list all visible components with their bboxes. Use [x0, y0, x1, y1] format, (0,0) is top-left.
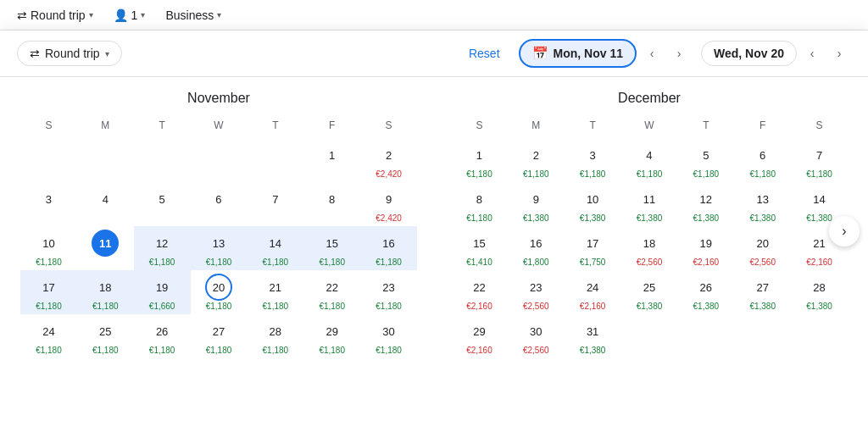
calendar-day[interactable]: 9€2,420 [360, 182, 417, 226]
calendar-day[interactable]: 12€1,180 [134, 226, 191, 270]
calendar-day[interactable]: 7€1,180 [791, 138, 848, 182]
start-date-next[interactable]: › [667, 42, 691, 65]
calendar-day[interactable]: 19€2,160 [677, 226, 734, 270]
calendar-day[interactable]: 3 [20, 182, 77, 226]
calendar-day[interactable]: 28€1,380 [791, 270, 848, 314]
calendar-day[interactable]: 2€1,180 [508, 138, 565, 182]
round-trip-icon-cal: ⇄ [30, 47, 40, 60]
calendar-day[interactable]: 24€2,160 [565, 270, 621, 314]
day-number: 17 [579, 230, 606, 257]
calendar-day[interactable]: 18€1,180 [77, 270, 134, 314]
month-title: November [20, 91, 417, 106]
start-date-button[interactable]: 📅 Mon, Nov 11 [519, 39, 637, 68]
calendar-day[interactable]: 11€1,180 [77, 226, 134, 270]
calendar-day[interactable]: 15€1,180 [303, 226, 360, 270]
calendar-day[interactable]: 30€2,560 [508, 314, 565, 358]
calendar-day[interactable]: 10€1,180 [20, 226, 77, 270]
calendar-day[interactable]: 4€1,180 [621, 138, 678, 182]
calendar-day[interactable]: 13€1,380 [734, 182, 791, 226]
calendar-day[interactable]: 16€1,800 [508, 226, 565, 270]
day-number: 24 [35, 318, 62, 345]
day-number: 9 [376, 186, 403, 213]
calendar-day[interactable]: 1€1,180 [451, 138, 508, 182]
calendar-day[interactable]: 16€1,180 [360, 226, 417, 270]
calendar-day[interactable]: 9€1,380 [508, 182, 565, 226]
calendar-day[interactable]: 17€1,750 [565, 226, 621, 270]
calendar-day[interactable]: 12€1,380 [677, 182, 734, 226]
calendar-grid: SMTWTFS1€1,1802€1,1803€1,1804€1,1805€1,1… [451, 116, 848, 358]
calendar-day[interactable]: 24€1,180 [20, 314, 77, 358]
calendar-day[interactable]: 3€1,180 [565, 138, 621, 182]
day-number: 1 [319, 141, 346, 169]
calendar-day[interactable]: 25€1,180 [77, 314, 134, 358]
next-month-button[interactable]: › [829, 216, 860, 246]
calendar-day[interactable]: 23€2,560 [508, 270, 565, 314]
calendar-day[interactable]: 19€1,660 [134, 270, 191, 314]
start-date-prev[interactable]: ‹ [640, 42, 664, 65]
calendar-day[interactable]: 5 [134, 182, 191, 226]
calendar-day[interactable]: 1 [303, 138, 360, 182]
calendar-day[interactable]: 11€1,380 [621, 182, 678, 226]
round-trip-pill[interactable]: ⇄ Round trip ▾ [17, 41, 122, 66]
day-price: €1,180 [92, 302, 119, 311]
day-number: 19 [148, 274, 175, 301]
calendar-day[interactable]: 25€1,380 [621, 270, 678, 314]
day-price: €2,560 [637, 258, 663, 267]
calendar-day[interactable]: 14€1,180 [247, 226, 303, 270]
passengers-selector[interactable]: 👤 1 ▾ [107, 5, 153, 25]
calendar-day[interactable]: 27€1,380 [734, 270, 791, 314]
day-number: 27 [749, 274, 776, 301]
day-price: €1,380 [580, 346, 606, 355]
class-label: Business [165, 8, 214, 22]
calendar-day[interactable]: 5€1,180 [677, 138, 734, 182]
calendar-day[interactable]: 6 [191, 182, 248, 226]
calendar-day[interactable]: 28€1,180 [247, 314, 303, 358]
calendar-day[interactable]: 22€1,180 [303, 270, 360, 314]
class-selector[interactable]: Business ▾ [159, 5, 228, 25]
day-number: 4 [636, 141, 663, 169]
end-date-button[interactable]: Wed, Nov 20 [701, 41, 797, 66]
calendar-day[interactable]: 10€1,380 [565, 182, 621, 226]
calendar-day[interactable]: 6€1,180 [734, 138, 791, 182]
calendar-day[interactable]: 4 [77, 182, 134, 226]
calendar-day[interactable]: 26€1,180 [134, 314, 191, 358]
calendar-day[interactable]: 20€2,560 [734, 226, 791, 270]
passengers-label: 1 [131, 8, 138, 22]
end-date-prev[interactable]: ‹ [800, 42, 824, 65]
day-header: F [303, 116, 360, 138]
calendar-day[interactable]: 27€1,180 [191, 314, 248, 358]
day-number: 30 [522, 318, 549, 345]
calendar-day [191, 138, 248, 182]
day-price: €1,180 [206, 302, 232, 311]
calendar-day[interactable]: 30€1,180 [360, 314, 417, 358]
day-number: 22 [319, 274, 346, 301]
day-number: 20 [749, 230, 776, 257]
calendar-day[interactable]: 26€1,380 [677, 270, 734, 314]
reset-button[interactable]: Reset [460, 42, 509, 65]
calendar-day[interactable]: 2€2,420 [360, 138, 417, 182]
day-number: 26 [693, 274, 720, 301]
calendar-day[interactable]: 18€2,560 [621, 226, 678, 270]
calendar-day[interactable]: 8 [303, 182, 360, 226]
calendar-day[interactable]: 23€1,180 [360, 270, 417, 314]
day-price: €1,180 [466, 169, 492, 179]
calendar-day[interactable]: 15€1,410 [451, 226, 508, 270]
trip-type-selector[interactable]: ⇄ Round trip ▾ [10, 5, 100, 25]
day-price: €1,180 [206, 258, 232, 267]
day-price: €1,180 [376, 258, 402, 267]
calendar-day[interactable]: 20€1,180 [191, 270, 248, 314]
end-date-next[interactable]: › [827, 42, 851, 65]
calendar-day[interactable]: 7 [247, 182, 303, 226]
calendar-day[interactable]: 29€2,160 [451, 314, 508, 358]
calendar-day[interactable]: 31€1,380 [565, 314, 621, 358]
round-trip-label: Round trip [45, 47, 100, 60]
calendar-day[interactable]: 13€1,180 [191, 226, 248, 270]
calendar-day[interactable]: 29€1,180 [303, 314, 360, 358]
day-number: 23 [376, 274, 403, 301]
calendar-day[interactable]: 22€2,160 [451, 270, 508, 314]
day-price: €1,380 [523, 213, 549, 223]
calendar-day[interactable]: 17€1,180 [20, 270, 77, 314]
month-title: December [451, 91, 848, 106]
calendar-day[interactable]: 8€1,180 [451, 182, 508, 226]
calendar-day[interactable]: 21€1,180 [247, 270, 303, 314]
